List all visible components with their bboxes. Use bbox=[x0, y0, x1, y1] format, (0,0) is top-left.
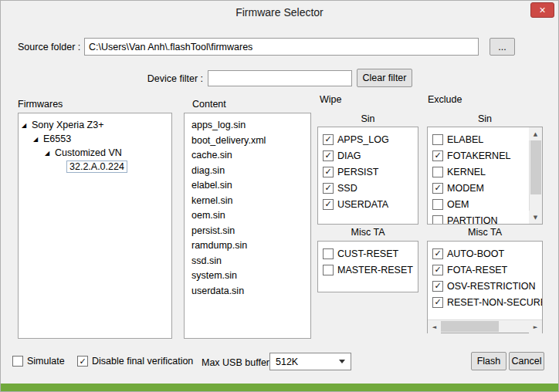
scroll-right-button[interactable]: ► bbox=[529, 320, 542, 333]
simulate-checkbox-row[interactable]: Simulate bbox=[12, 356, 65, 367]
checkbox[interactable] bbox=[323, 248, 334, 259]
source-folder-input[interactable] bbox=[84, 38, 479, 56]
checkbox[interactable]: ✓ bbox=[432, 297, 443, 308]
scroll-left-button[interactable]: ◄ bbox=[428, 320, 441, 333]
content-list-item[interactable]: userdata.sin bbox=[185, 284, 310, 299]
checkbox-row[interactable]: OEM bbox=[428, 196, 529, 212]
titlebar[interactable]: Firmware Selector × bbox=[1, 1, 558, 24]
checkbox[interactable] bbox=[432, 167, 443, 177]
wipe-misc-ta-checklist: CUST-RESETMASTER-RESET bbox=[318, 242, 418, 292]
checkbox[interactable] bbox=[432, 134, 443, 145]
content-list-item[interactable]: apps_log.sin bbox=[185, 118, 310, 133]
content-list-item[interactable]: oem.sin bbox=[185, 208, 310, 224]
clear-filter-button[interactable]: Clear filter bbox=[357, 69, 412, 87]
scrollbar-thumb[interactable] bbox=[441, 321, 499, 332]
tree-node[interactable]: ◢E6553 bbox=[19, 132, 171, 146]
checkbox[interactable]: ✓ bbox=[323, 183, 334, 194]
checkbox[interactable] bbox=[432, 199, 443, 210]
checkbox-row[interactable]: ✓FOTA-RESET bbox=[428, 262, 542, 278]
firmware-tree[interactable]: ◢Sony Xperia Z3+◢E6553◢Customized VN32.2… bbox=[18, 113, 172, 339]
checkbox-row[interactable]: MASTER-RESET bbox=[318, 262, 418, 278]
simulate-label: Simulate bbox=[27, 356, 65, 367]
checkbox-row[interactable]: CUST-RESET bbox=[318, 245, 418, 262]
simulate-checkbox[interactable] bbox=[12, 356, 23, 367]
checkbox-label: PERSIST bbox=[337, 167, 379, 177]
checkbox-row[interactable]: ELABEL bbox=[428, 131, 529, 147]
checkbox-row[interactable]: ✓PERSIST bbox=[318, 164, 418, 180]
checkbox-label: PARTITION bbox=[447, 215, 498, 225]
checkbox[interactable]: ✓ bbox=[432, 248, 443, 259]
checkbox[interactable]: ✓ bbox=[432, 265, 443, 275]
flash-button[interactable]: Flash bbox=[471, 352, 506, 370]
scroll-up-button[interactable]: ▲ bbox=[529, 127, 542, 140]
content-list-item[interactable]: cache.sin bbox=[185, 148, 310, 164]
firmwares-label: Firmwares bbox=[18, 99, 63, 110]
checkbox-row[interactable]: ✓SSD bbox=[318, 180, 418, 196]
browse-button[interactable]: ... bbox=[490, 38, 515, 56]
checkbox-row[interactable]: ✓OSV-RESTRICTION bbox=[428, 278, 542, 294]
down-arrow-icon: ▼ bbox=[534, 215, 537, 221]
tree-expander-icon[interactable]: ◢ bbox=[45, 150, 52, 157]
disable-final-verification-checkbox-row[interactable]: ✓ Disable final verification bbox=[77, 356, 193, 367]
content-list-item[interactable]: ramdump.sin bbox=[185, 238, 310, 254]
checkbox[interactable]: ✓ bbox=[323, 199, 334, 210]
exclude-misc-ta-label: Misc TA bbox=[427, 227, 543, 238]
checkbox[interactable] bbox=[323, 265, 334, 275]
content-list-item[interactable]: boot_delivery.xml bbox=[185, 133, 310, 149]
wipe-sin-checklist: ✓APPS_LOG✓DIAG✓PERSIST✓SSD✓USERDATA bbox=[318, 127, 418, 224]
checkbox-label: KERNEL bbox=[447, 167, 486, 177]
content-list-item[interactable]: persist.sin bbox=[185, 224, 310, 239]
tree-expander-icon[interactable]: ◢ bbox=[22, 122, 29, 129]
max-usb-buffer-label: Max USB buffer bbox=[202, 357, 269, 368]
tree-node-label[interactable]: 32.2.A.0.224 bbox=[66, 161, 127, 173]
up-arrow-icon: ▲ bbox=[534, 131, 537, 137]
scrollbar-thumb[interactable] bbox=[530, 140, 541, 194]
exclude-sin-group: ELABEL✓FOTAKERNELKERNEL✓MODEMOEMPARTITIO… bbox=[427, 127, 543, 225]
content-list-item[interactable]: diag.sin bbox=[185, 164, 310, 179]
checkbox-row[interactable]: ✓USERDATA bbox=[318, 196, 418, 212]
horizontal-scrollbar[interactable]: ◄ ► bbox=[428, 319, 542, 333]
close-button[interactable]: × bbox=[530, 2, 554, 18]
checkbox-label: OSV-RESTRICTION bbox=[447, 281, 536, 292]
content-list-item[interactable]: ssd.sin bbox=[185, 254, 310, 269]
checkbox[interactable]: ✓ bbox=[432, 150, 443, 161]
checkbox[interactable]: ✓ bbox=[432, 183, 443, 194]
checkbox[interactable]: ✓ bbox=[323, 150, 334, 161]
max-usb-buffer-select[interactable]: 512K bbox=[269, 353, 351, 370]
checkbox-row[interactable]: ✓MODEM bbox=[428, 180, 529, 196]
checkbox-row[interactable]: ✓FOTAKERNEL bbox=[428, 147, 529, 164]
tree-node[interactable]: 32.2.A.0.224 bbox=[19, 160, 171, 174]
checkbox[interactable]: ✓ bbox=[323, 167, 334, 177]
left-arrow-icon: ◄ bbox=[432, 324, 436, 330]
checkbox-label: MODEM bbox=[447, 183, 484, 194]
checkbox-row[interactable]: KERNEL bbox=[428, 164, 529, 180]
checkbox-label: DIAG bbox=[337, 150, 361, 161]
tree-node-label[interactable]: E6553 bbox=[43, 133, 71, 144]
disable-final-verification-checkbox[interactable]: ✓ bbox=[77, 356, 88, 367]
tree-node[interactable]: ◢Customized VN bbox=[19, 146, 171, 160]
tree-node[interactable]: ◢Sony Xperia Z3+ bbox=[19, 118, 171, 132]
checkbox-label: ELABEL bbox=[447, 134, 483, 145]
content-list[interactable]: apps_log.sinboot_delivery.xmlcache.sindi… bbox=[184, 113, 311, 339]
tree-expander-icon[interactable]: ◢ bbox=[33, 136, 40, 143]
checkbox-row[interactable]: ✓APPS_LOG bbox=[318, 131, 418, 147]
content-list-item[interactable]: system.sin bbox=[185, 269, 310, 284]
checkbox[interactable]: ✓ bbox=[432, 281, 443, 292]
cancel-button[interactable]: Cancel bbox=[509, 352, 544, 370]
checkbox-row[interactable]: ✓RESET-NON-SECURE-A bbox=[428, 294, 542, 310]
checkbox[interactable] bbox=[432, 215, 443, 225]
content-list-item[interactable]: kernel.sin bbox=[185, 194, 310, 209]
checkbox-row[interactable]: ✓DIAG bbox=[318, 147, 418, 164]
checkbox-label: SSD bbox=[337, 183, 357, 194]
vertical-scrollbar[interactable]: ▲ ▼ bbox=[529, 127, 542, 224]
scroll-down-button[interactable]: ▼ bbox=[529, 211, 542, 224]
device-filter-input[interactable] bbox=[208, 70, 352, 86]
checkbox[interactable]: ✓ bbox=[323, 134, 334, 145]
checkbox-label: CUST-RESET bbox=[337, 248, 398, 259]
checkbox-row[interactable]: PARTITION bbox=[428, 212, 529, 224]
checkbox-label: APPS_LOG bbox=[337, 134, 389, 145]
tree-node-label[interactable]: Sony Xperia Z3+ bbox=[32, 120, 103, 130]
tree-node-label[interactable]: Customized VN bbox=[55, 147, 122, 158]
checkbox-row[interactable]: ✓AUTO-BOOT bbox=[428, 245, 542, 262]
content-list-item[interactable]: elabel.sin bbox=[185, 178, 310, 194]
